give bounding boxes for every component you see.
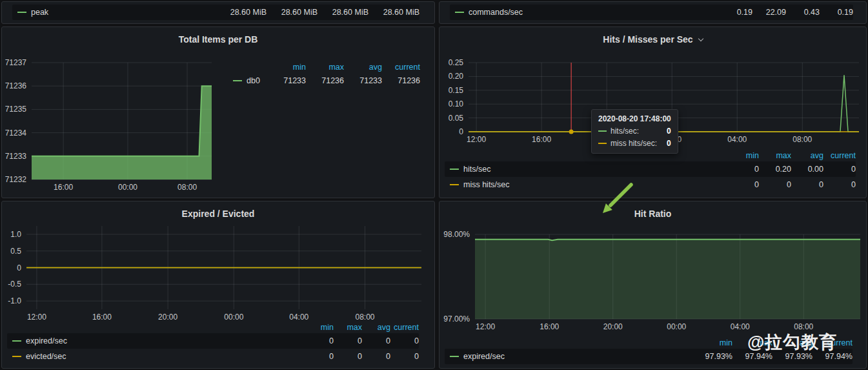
panel-title-hit-ratio[interactable]: Hit Ratio: [439, 204, 866, 223]
watermark: @拉勾教育: [747, 331, 837, 354]
x-axis-tick-label: 16:00: [540, 322, 559, 331]
legend-header-avg[interactable]: avg: [791, 151, 823, 160]
x-axis-tick-label: 04:00: [727, 135, 747, 144]
legend-header-current-clipped: current: [820, 1, 853, 4]
y-axis-tick-label: -0.5: [8, 280, 21, 289]
x-axis-tick-label: 08:00: [794, 322, 813, 331]
expired-evicted-chart[interactable]: 1.00.50-0.5-1.012:0016:0020:0000:0004:00…: [26, 226, 421, 309]
legend-header-min[interactable]: min: [268, 63, 306, 72]
y-axis-tick-label: 1.0: [10, 230, 21, 239]
legend-header-row: minmaxavgcurrent: [7, 322, 419, 333]
legend-value: 97.93%: [692, 352, 732, 361]
tooltip-series-name: hits/sec:: [611, 127, 639, 136]
y-axis-tick-label: 98.00%: [443, 230, 470, 239]
legend-value: 0: [390, 352, 419, 361]
annotation-arrow-icon: [594, 180, 639, 218]
series-color-dash-icon: [598, 143, 607, 144]
legend-value: 0: [390, 336, 419, 345]
total-items-chart[interactable]: 71237712367123571234712337123216:0000:00…: [32, 63, 212, 180]
hit-ratio-chart[interactable]: 98.00%97.00%12:0016:0020:0000:0004:0008:…: [475, 234, 860, 319]
legend-memory: peak28.60 MiB28.60 MiB28.60 MiB28.60 MiB: [12, 5, 419, 20]
tooltip-series-value: 0: [658, 127, 671, 136]
y-axis-tick-label: -1.0: [8, 296, 21, 305]
x-axis-tick-label: 00:00: [224, 313, 243, 322]
y-axis-tick-label: 0.5: [10, 247, 21, 256]
x-axis-tick-label: 12:00: [476, 322, 495, 331]
legend-value: 0.20: [759, 165, 791, 174]
legend-hits-misses: minmaxavgcurrenthits/sec00.200.000miss h…: [445, 150, 856, 192]
legend-value: 0.19: [719, 8, 752, 17]
legend-header-max[interactable]: max: [306, 63, 344, 72]
legend-header-min[interactable]: min: [727, 151, 759, 160]
y-axis-tick-label: 71232: [5, 175, 26, 184]
series-fill: [475, 240, 860, 319]
legend-header-current[interactable]: current: [823, 151, 856, 160]
legend-value: 0: [791, 180, 823, 189]
hit-ratio-plot[interactable]: [475, 234, 860, 319]
total-items-per-db-plot[interactable]: [32, 63, 212, 180]
y-axis-tick-label: 0.25: [449, 58, 463, 67]
y-axis-tick-label: 71233: [5, 152, 26, 161]
legend-row: db071233712367123371236: [228, 74, 420, 88]
panel-title-text: Hits / Misses per Sec: [603, 34, 692, 45]
panel-title-expired-evicted[interactable]: Expired / Evicted: [2, 204, 434, 223]
legend-row: peak28.60 MiB28.60 MiB28.60 MiB28.60 MiB: [12, 5, 419, 20]
x-axis-tick-label: 08:00: [792, 135, 812, 144]
legend-header-avg[interactable]: avg: [344, 63, 382, 72]
y-axis-tick-label: 71237: [5, 58, 26, 67]
legend-header-current[interactable]: current: [382, 63, 420, 72]
legend-commands: commands/sec0.1922.090.430.19: [450, 5, 853, 20]
y-axis-tick-label: 71236: [5, 81, 26, 90]
series-label[interactable]: peak: [31, 8, 48, 17]
tooltip-series-name: miss hits/sec:: [611, 139, 657, 148]
legend-value: 0: [305, 352, 334, 361]
x-axis-tick-label: 08:00: [355, 313, 374, 322]
expired-evicted-plot[interactable]: [26, 226, 421, 309]
series-label[interactable]: hits/sec: [463, 165, 490, 174]
series-label[interactable]: expired/sec: [463, 352, 505, 361]
series-label[interactable]: db0: [247, 76, 260, 85]
panel-expired-evicted: Expired / Evicted 1.00.50-0.5-1.012:0016…: [1, 201, 435, 369]
legend-value: 0: [334, 336, 362, 345]
legend-header-min[interactable]: min: [692, 338, 732, 347]
y-axis-tick-label: 0.20: [449, 72, 463, 81]
grafana-dashboard: { "colors": { "green": "#73bf69", "yello…: [0, 0, 868, 370]
x-axis-tick-label: 20:00: [158, 313, 177, 322]
legend-value: 0: [727, 180, 759, 189]
legend-value: 0.43: [786, 8, 820, 17]
legend-header-avg[interactable]: avg: [362, 323, 390, 332]
legend-header-max[interactable]: max: [759, 151, 791, 160]
x-axis-tick-label: 20:00: [603, 322, 623, 331]
legend-value: 0: [305, 336, 334, 345]
legend-row: hits/sec00.200.000: [445, 161, 856, 177]
series-label[interactable]: expired/sec: [26, 336, 67, 345]
panel-title-text: Expired / Evicted: [182, 209, 255, 219]
y-axis-tick-label: 0: [17, 263, 21, 272]
panel-title-hits-misses[interactable]: Hits / Misses per Sec: [439, 30, 866, 49]
crosshair-point-marker: [569, 130, 574, 134]
panel-menu-chevron-icon[interactable]: [698, 36, 703, 41]
legend-header-current[interactable]: current: [390, 323, 419, 332]
legend-value: 71233: [344, 76, 382, 85]
legend-header-min[interactable]: min: [305, 323, 334, 332]
legend-row: commands/sec0.1922.090.430.19: [450, 5, 853, 20]
panel-title-total-items[interactable]: Total Items per DB: [2, 30, 434, 49]
panel-total-items-per-db: Total Items per DB 712377123671235712347…: [1, 26, 435, 198]
series-label[interactable]: commands/sec: [469, 8, 523, 17]
legend-value: 0: [362, 352, 390, 361]
panel-commands-partial: current commands/sec0.1922.090.430.19: [439, 1, 867, 24]
graph-tooltip: 2020-08-20 17:48:00 hits/sec: 0 miss hit…: [591, 109, 678, 154]
legend-total-items: minmaxavgcurrentdb071233712367123371236: [228, 61, 420, 88]
x-axis-tick-label: 00:00: [118, 183, 137, 192]
legend-value: 71236: [306, 76, 344, 85]
x-axis-tick-label: 04:00: [289, 313, 308, 322]
legend-row: miss hits/sec0000: [445, 177, 856, 192]
series-label[interactable]: evicted/sec: [26, 352, 66, 361]
legend-value: 28.60 MiB: [368, 8, 419, 17]
legend-row: expired/sec0000: [7, 333, 419, 349]
x-axis-tick-label: 00:00: [667, 322, 686, 331]
y-axis-tick-label: 71234: [5, 128, 26, 138]
legend-header-max[interactable]: max: [334, 323, 362, 332]
series-label[interactable]: miss hits/sec: [463, 180, 510, 189]
series-color-dash-icon: [450, 169, 459, 170]
